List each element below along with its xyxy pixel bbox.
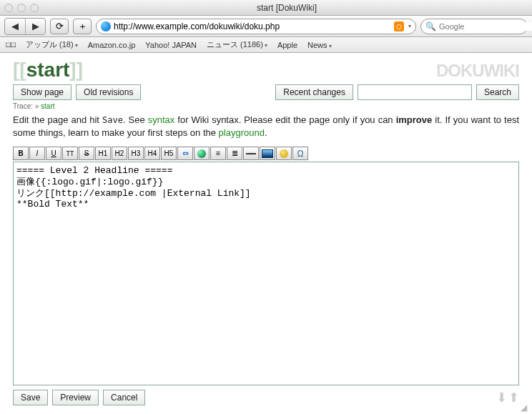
url-dropdown-icon[interactable]: ▾ [408,23,411,29]
h1-button[interactable]: H1 [95,147,111,160]
edit-instructions: Edit the page and hit Save. See syntax f… [13,114,519,139]
show-page-button[interactable]: Show page [13,84,72,100]
cancel-button[interactable]: Cancel [103,390,145,405]
wiki-search-input[interactable] [358,84,472,100]
editor-toolbar: B I U TT S H1 H2 H3 H4 H5 ⇔ ≡ ≣ Ω [13,147,519,160]
old-revisions-button[interactable]: Old revisions [76,84,141,100]
window-resize-grip[interactable]: ◢ [521,403,531,413]
unordered-list-button[interactable]: ≣ [227,147,242,160]
recent-changes-button[interactable]: Recent changes [275,84,353,100]
zoom-window-button[interactable] [30,4,39,12]
hr-button[interactable] [243,147,259,160]
editor-footer: Save Preview Cancel ⬇ ⬆ [13,390,519,408]
save-button[interactable]: Save [13,390,48,405]
bookmark-item[interactable]: アップル (18)▾ [26,39,78,50]
h4-button[interactable]: H4 [144,147,160,160]
h5-button[interactable]: H5 [161,147,177,160]
bookmarks-icon[interactable]: ⌑⌑ [6,39,16,51]
back-button[interactable]: ◀ [5,19,25,34]
bookmark-item[interactable]: Apple [277,41,297,49]
draft-nav: ⬇ ⬆ [496,390,519,405]
draft-prev-icon[interactable]: ⬇ [496,390,507,405]
playground-link[interactable]: playground [219,127,265,138]
rss-icon[interactable]: ◌ [394,21,404,31]
strike-button[interactable]: S [79,147,94,160]
title-bracket-close: ]] [69,59,83,81]
action-bar: Show page Old revisions Recent changes S… [13,84,519,100]
bookmark-item[interactable]: ニュース (1186)▾ [207,39,267,50]
url-input[interactable] [114,21,391,31]
h2-button[interactable]: H2 [112,147,127,160]
url-bar[interactable]: ◌ ▾ [96,19,416,34]
breadcrumb: Trace: » start [13,102,519,110]
traffic-lights [4,4,39,12]
wiki-editor[interactable] [13,162,519,385]
browser-search-input[interactable] [439,22,532,31]
h3-button[interactable]: H3 [128,147,144,160]
breadcrumb-link[interactable]: start [41,102,54,110]
dokuwiki-logo: DOKUWIKI [436,61,519,81]
reload-button[interactable]: ⟳ [50,19,69,34]
ordered-list-button[interactable]: ≡ [210,147,226,160]
site-icon [101,21,111,31]
browser-toolbar: ◀ ▶ ⟳ ＋ ◌ ▾ 🔍 [0,16,532,37]
external-link-button[interactable] [194,147,210,160]
wiki-content: [[start]] DOKUWIKI Show page Old revisio… [0,53,532,414]
page-title-text: start [26,59,70,81]
italic-button[interactable]: I [29,147,45,160]
search-icon: 🔍 [425,21,436,31]
page-title: [[start]] [13,59,83,82]
wiki-search-button[interactable]: Search [476,84,519,100]
internal-link-button[interactable]: ⇔ [177,147,193,160]
window-title: start [DokuWiki] [46,3,528,13]
bookmarks-bar: ⌑⌑ アップル (18)▾ Amazon.co.jp Yahoo! JAPAN … [0,37,532,53]
nav-buttons: ◀ ▶ [4,18,46,35]
browser-search[interactable]: 🔍 [420,19,528,34]
syntax-link[interactable]: syntax [148,114,175,125]
bookmark-item[interactable]: Yahoo! JAPAN [145,41,197,49]
image-button[interactable] [260,147,275,160]
bookmark-item[interactable]: Amazon.co.jp [88,41,136,49]
forward-button[interactable]: ▶ [25,19,45,34]
preview-button[interactable]: Preview [52,390,99,405]
bold-button[interactable]: B [13,147,29,160]
draft-next-icon[interactable]: ⬆ [508,390,519,405]
special-char-button[interactable]: Ω [292,147,308,160]
title-bracket-open: [[ [13,59,26,81]
close-window-button[interactable] [4,4,13,12]
monospace-button[interactable]: TT [62,147,78,160]
window-titlebar: start [DokuWiki] [0,0,532,16]
smiley-button[interactable] [276,147,292,160]
underline-button[interactable]: U [46,147,61,160]
add-bookmark-button[interactable]: ＋ [73,19,92,34]
bookmark-item[interactable]: News▾ [307,41,332,49]
wiki-header: [[start]] DOKUWIKI [13,59,519,82]
minimize-window-button[interactable] [17,4,26,12]
